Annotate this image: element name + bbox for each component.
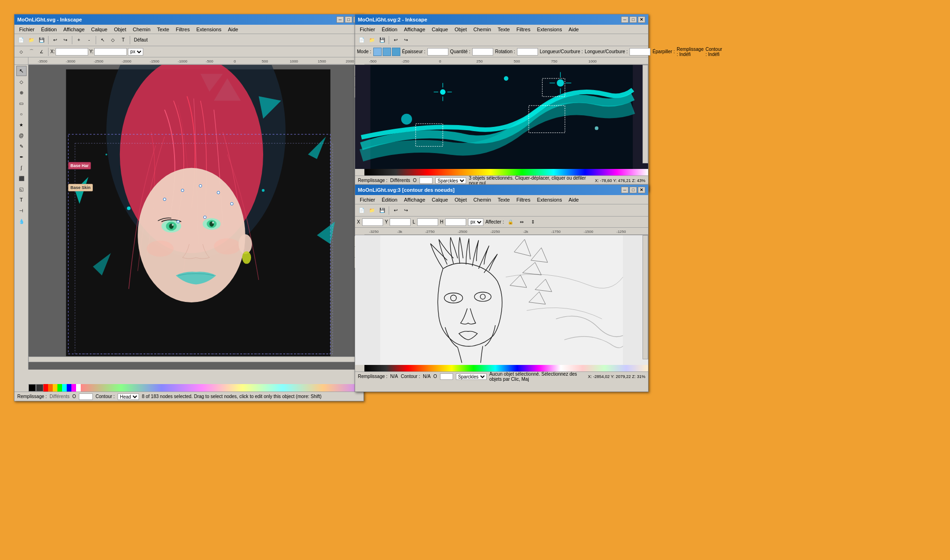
- menu-fichier-2[interactable]: Fichier: [357, 26, 378, 33]
- menu-extensions-2[interactable]: Extensions: [534, 26, 565, 33]
- menu-extensions-3[interactable]: Extensions: [534, 196, 565, 203]
- menu-edition-1[interactable]: Édition: [38, 26, 60, 33]
- unit-select-3[interactable]: px: [468, 218, 483, 226]
- pencil-tool[interactable]: ✎: [16, 141, 27, 151]
- opacity-input-2[interactable]: 81: [419, 177, 433, 184]
- lock-ratio-btn[interactable]: 🔒: [506, 217, 515, 227]
- calligraphy-tool[interactable]: ∫: [16, 162, 27, 173]
- redo-btn-3[interactable]: ↪: [401, 206, 411, 215]
- menu-affichage-2[interactable]: Affichage: [401, 26, 428, 33]
- node-smooth[interactable]: ⌒: [27, 47, 36, 56]
- menu-affichage-3[interactable]: Affichage: [401, 196, 428, 203]
- pen-tool[interactable]: ✒: [16, 152, 27, 162]
- minimize-btn-2[interactable]: ─: [621, 16, 629, 23]
- menu-calque-1[interactable]: Calque: [88, 26, 110, 33]
- text-tool-side[interactable]: T: [16, 195, 27, 205]
- color-yellow[interactable]: [53, 384, 57, 392]
- maximize-btn-2[interactable]: □: [629, 16, 637, 23]
- menu-edition-2[interactable]: Édition: [379, 26, 400, 33]
- menu-objet-2[interactable]: Objet: [452, 26, 469, 33]
- menu-fichier-3[interactable]: Fichier: [357, 196, 378, 203]
- gradient-tool[interactable]: ◱: [16, 184, 27, 194]
- redo-btn[interactable]: ↪: [61, 35, 70, 45]
- menu-objet-1[interactable]: Objet: [111, 26, 129, 33]
- color-dark[interactable]: [36, 384, 43, 392]
- color-cyan[interactable]: [62, 384, 67, 392]
- undo-btn-3[interactable]: ↩: [391, 206, 400, 215]
- node-corner[interactable]: ∠: [37, 47, 46, 56]
- color-blue[interactable]: [67, 384, 71, 392]
- open-btn-3[interactable]: 📁: [367, 206, 377, 215]
- zoom-out-btn[interactable]: -: [84, 35, 94, 45]
- close-btn-2[interactable]: ✕: [638, 16, 645, 23]
- save-btn[interactable]: 💾: [37, 35, 46, 45]
- node-edit-tool[interactable]: ◇: [16, 77, 27, 87]
- longueur-input[interactable]: 5: [629, 48, 650, 56]
- menu-filtres-3[interactable]: Filtres: [514, 196, 533, 203]
- scrollbar-v-3[interactable]: [643, 235, 648, 359]
- rotation-input[interactable]: 0: [517, 48, 538, 56]
- menu-texte-3[interactable]: Texte: [495, 196, 512, 203]
- scrollbar-h-1[interactable]: [28, 357, 358, 362]
- minimize-btn-1[interactable]: ─: [336, 16, 344, 23]
- flip-v-btn[interactable]: ⇕: [528, 217, 538, 227]
- close-btn-3[interactable]: ✕: [638, 187, 645, 193]
- menu-filtres-1[interactable]: Filtres: [173, 26, 193, 33]
- menu-aide-3[interactable]: Aide: [566, 196, 581, 203]
- menu-calque-2[interactable]: Calque: [429, 26, 451, 33]
- fill-bucket-tool[interactable]: ⬛: [16, 173, 27, 183]
- undo-btn[interactable]: ↩: [50, 35, 60, 45]
- menu-chemin-1[interactable]: Chemin: [130, 26, 153, 33]
- redo-btn-2[interactable]: ↪: [401, 35, 411, 45]
- undo-btn-2[interactable]: ↩: [391, 35, 400, 45]
- mode-btn-2[interactable]: [383, 48, 391, 56]
- star-tool[interactable]: ★: [16, 119, 27, 130]
- quantite-input[interactable]: 14: [472, 48, 493, 56]
- arrow-tool[interactable]: ↖: [16, 66, 27, 76]
- x-input-3[interactable]: 0,000: [362, 218, 383, 226]
- mode-btn-3[interactable]: [392, 48, 400, 56]
- node-select[interactable]: ◇: [16, 47, 26, 56]
- flip-h-btn[interactable]: ⇔: [517, 217, 526, 227]
- y-input-3[interactable]: 0,000: [390, 218, 411, 226]
- w-input-3[interactable]: 0,001: [417, 218, 438, 226]
- epaisseur-input[interactable]: 1: [427, 48, 448, 56]
- menu-aide-1[interactable]: Aide: [225, 26, 241, 33]
- save-btn-2[interactable]: 💾: [377, 35, 387, 45]
- maximize-btn-3[interactable]: □: [629, 187, 637, 193]
- color-magenta[interactable]: [71, 384, 76, 392]
- minimize-btn-3[interactable]: ─: [621, 187, 629, 193]
- connector-tool[interactable]: ⊣: [16, 205, 27, 216]
- open-btn-2[interactable]: 📁: [367, 35, 377, 45]
- color-white[interactable]: [76, 384, 81, 392]
- menu-extensions-1[interactable]: Extensions: [194, 26, 224, 33]
- color-green[interactable]: [57, 384, 62, 392]
- coord-y-input[interactable]: 1997.30: [94, 48, 127, 56]
- canvas-2[interactable]: [355, 65, 648, 169]
- zoom-in-btn[interactable]: +: [74, 35, 84, 45]
- coord-x-input[interactable]: -3481.3: [56, 48, 88, 56]
- spiral-tool[interactable]: @: [16, 130, 27, 140]
- new-btn-2[interactable]: 📄: [357, 35, 366, 45]
- new-btn-3[interactable]: 📄: [357, 206, 366, 215]
- menu-fichier-1[interactable]: Fichier: [16, 26, 37, 33]
- menu-texte-2[interactable]: Texte: [495, 26, 512, 33]
- color-gradient-bar[interactable]: [81, 384, 363, 392]
- eyedropper-tool[interactable]: 💧: [16, 216, 27, 226]
- color-orange[interactable]: [48, 384, 53, 392]
- zoom-tool[interactable]: ⊕: [16, 87, 27, 98]
- layer-select-1[interactable]: Head: [118, 393, 139, 400]
- menu-chemin-2[interactable]: Chemin: [470, 26, 494, 33]
- menu-calque-3[interactable]: Calque: [429, 196, 451, 203]
- h-input-3[interactable]: 0,001: [445, 218, 466, 226]
- new-btn[interactable]: 📄: [16, 35, 26, 45]
- node-tool[interactable]: ◇: [108, 35, 118, 45]
- save-btn-3[interactable]: 💾: [377, 206, 387, 215]
- text-tool[interactable]: T: [119, 35, 128, 45]
- menu-affichage-1[interactable]: Affichage: [61, 26, 88, 33]
- select-tool[interactable]: ↖: [98, 35, 107, 45]
- layer-select-3[interactable]: Sparckles: [456, 373, 487, 380]
- menu-chemin-3[interactable]: Chemin: [470, 196, 494, 203]
- unit-select-1[interactable]: px: [128, 48, 143, 56]
- open-btn[interactable]: 📁: [27, 35, 36, 45]
